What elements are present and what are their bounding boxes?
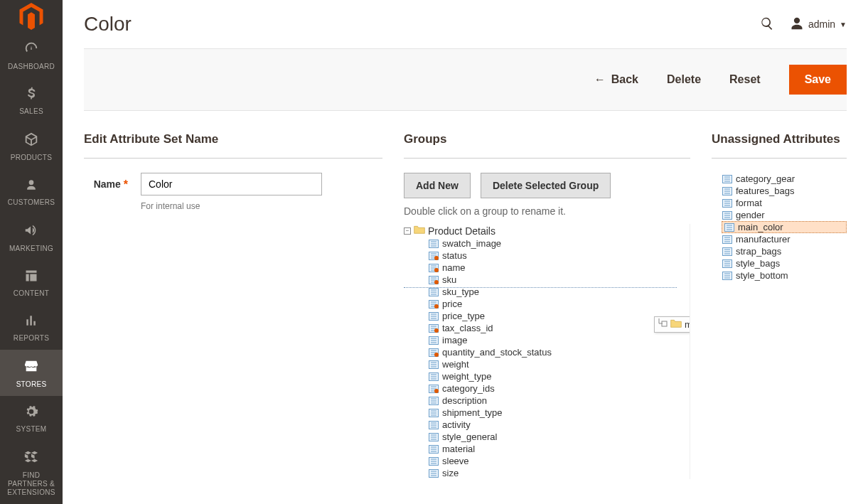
attribute-item[interactable]: sku: [428, 274, 682, 286]
attribute-icon-locked: [428, 251, 439, 261]
page-header: Color admin ▼: [84, 0, 847, 49]
svg-point-8: [434, 256, 439, 260]
attribute-icon: [722, 271, 733, 281]
unassigned-attribute-item[interactable]: features_bags: [722, 185, 847, 197]
attribute-item[interactable]: weight_type: [428, 370, 682, 382]
nav-item-customers[interactable]: CUSTOMERS: [0, 169, 63, 214]
nav-item-marketing[interactable]: MARKETING: [0, 214, 63, 260]
svg-point-27: [434, 304, 439, 309]
name-input[interactable]: [141, 173, 322, 195]
attribute-item[interactable]: sleeve: [428, 455, 682, 467]
delete-button[interactable]: Delete: [667, 73, 701, 86]
attribute-icon: [428, 372, 439, 382]
attribute-item[interactable]: category_ids: [428, 382, 682, 395]
layout-icon: [24, 269, 38, 286]
attribute-icon: [428, 444, 439, 454]
required-mark-icon: *: [124, 178, 128, 191]
nav-item-content[interactable]: CONTENT: [0, 260, 63, 305]
account-menu[interactable]: admin ▼: [790, 16, 847, 33]
attribute-item[interactable]: image: [428, 334, 682, 346]
attribute-label: style_bottom: [736, 270, 788, 281]
chevron-down-icon: ▼: [840, 21, 847, 28]
nav-item-products[interactable]: PRODUCTS: [0, 123, 63, 169]
tree-folder[interactable]: − Product Details: [404, 224, 682, 237]
unassigned-attribute-item[interactable]: style_bottom: [722, 269, 847, 282]
attribute-item[interactable]: quantity_and_stock_status: [428, 346, 682, 358]
gear-icon: [24, 404, 38, 422]
action-bar: ← Back Delete Reset Save: [84, 49, 847, 111]
attribute-item[interactable]: size: [428, 467, 682, 479]
save-button[interactable]: Save: [789, 65, 847, 95]
unassigned-attribute-item[interactable]: manufacturer: [722, 233, 847, 245]
name-label: Name*: [84, 173, 141, 191]
unassigned-attribute-item[interactable]: format: [722, 197, 847, 209]
attribute-label: price: [442, 299, 462, 309]
attribute-item[interactable]: price_type: [428, 310, 682, 322]
back-button[interactable]: ← Back: [594, 73, 638, 86]
nav-item-sales[interactable]: SALES: [0, 78, 63, 123]
attribute-label: status: [442, 250, 467, 261]
groups-tree[interactable]: − Product Details swatch_imagestatusname…: [404, 224, 690, 479]
edit-name-panel: Edit Attribute Set Name Name* For intern…: [84, 132, 382, 479]
folder-label: Product Details: [428, 225, 495, 237]
attribute-item[interactable]: shipment_type: [428, 407, 682, 419]
nav-label: CUSTOMERS: [8, 198, 55, 207]
collapse-icon[interactable]: −: [404, 227, 411, 235]
add-new-group-button[interactable]: Add New: [404, 173, 471, 198]
attribute-item[interactable]: status: [428, 250, 682, 262]
attribute-label: format: [736, 198, 762, 208]
reset-button[interactable]: Reset: [729, 73, 761, 86]
attribute-icon-locked: [428, 263, 439, 273]
nav-item-partners[interactable]: FIND PARTNERS & EXTENSIONS: [0, 441, 63, 504]
attribute-item[interactable]: material: [428, 443, 682, 455]
attribute-icon: [428, 311, 439, 321]
nav-item-dashboard[interactable]: DASHBOARD: [0, 32, 63, 78]
attribute-label: size: [442, 468, 459, 478]
attribute-icon-locked: [428, 275, 439, 285]
groups-hint: Double click on a group to rename it.: [404, 205, 690, 217]
attribute-icon-locked: [428, 384, 439, 394]
dollar-icon: [24, 87, 38, 104]
attribute-icon: [428, 408, 439, 418]
nav-item-reports[interactable]: REPORTS: [0, 305, 63, 350]
attribute-icon: [428, 360, 439, 370]
unassigned-list[interactable]: category_gearfeatures_bagsformatgenderma…: [712, 173, 847, 282]
attribute-icon: [722, 247, 733, 257]
attribute-item[interactable]: price: [428, 298, 682, 310]
attribute-label: price_type: [442, 311, 485, 321]
svg-point-58: [434, 389, 439, 393]
name-note: For internal use: [141, 201, 322, 211]
nav-item-stores[interactable]: STORES: [0, 350, 63, 396]
delete-selected-group-button[interactable]: Delete Selected Group: [481, 173, 611, 198]
unassigned-attribute-item[interactable]: style_bags: [722, 257, 847, 269]
unassigned-attribute-item[interactable]: main_color: [722, 221, 847, 233]
unassigned-attribute-item[interactable]: gender: [722, 209, 847, 221]
attribute-item[interactable]: style_general: [428, 431, 682, 443]
unassigned-attribute-item[interactable]: category_gear: [722, 173, 847, 185]
attribute-item[interactable]: weight: [428, 358, 682, 370]
megaphone-icon: [23, 222, 39, 242]
nav-label: CONTENT: [14, 289, 49, 298]
attribute-icon: [722, 198, 733, 208]
attribute-label: weight: [442, 359, 469, 370]
attribute-icon: [722, 259, 733, 269]
attribute-icon: [722, 210, 733, 220]
attribute-label: name: [442, 262, 466, 273]
attribute-item[interactable]: name: [428, 262, 682, 274]
attribute-label: tax_class_id: [442, 323, 493, 333]
nav-label: REPORTS: [14, 334, 49, 343]
unassigned-attribute-item[interactable]: strap_bags: [722, 245, 847, 257]
attribute-item[interactable]: activity: [428, 419, 682, 431]
attribute-item[interactable]: description: [428, 395, 682, 407]
nav-item-system[interactable]: SYSTEM: [0, 396, 63, 441]
attribute-label: strap_bags: [736, 246, 781, 257]
attribute-label: swatch_image: [442, 238, 501, 249]
magento-logo[interactable]: [0, 0, 63, 32]
edit-name-title: Edit Attribute Set Name: [84, 132, 382, 159]
attribute-label: description: [442, 395, 487, 406]
attribute-item[interactable]: swatch_image: [428, 237, 682, 250]
search-icon[interactable]: [760, 16, 774, 33]
attribute-item[interactable]: tax_class_id: [428, 322, 682, 334]
attribute-label: weight_type: [442, 371, 491, 382]
attribute-icon: [428, 396, 439, 406]
